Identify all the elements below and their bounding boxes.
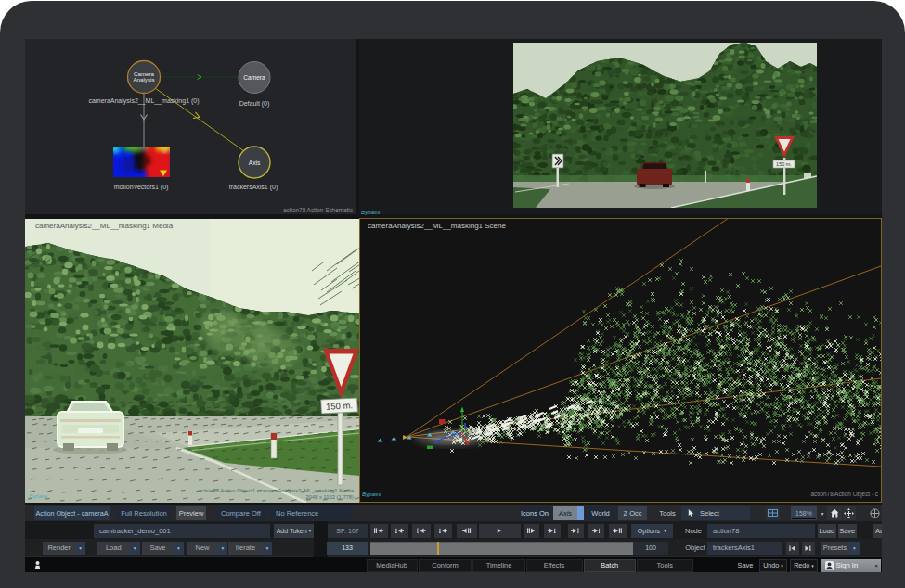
- svg-text:150 m.: 150 m.: [776, 161, 792, 167]
- svg-text:trackersAxis1 (0): trackersAxis1 (0): [229, 184, 278, 191]
- svg-text:Axis: Axis: [249, 160, 261, 166]
- svg-text:150 m.: 150 m.: [326, 400, 354, 412]
- svg-text:motionVectors1 (0): motionVectors1 (0): [114, 184, 169, 191]
- svg-text:Default (0): Default (0): [239, 100, 270, 108]
- svg-text:cameraAnalysis2__ML__masking1: cameraAnalysis2__ML__masking1 (0): [88, 97, 199, 105]
- svg-text:Analysis: Analysis: [133, 76, 154, 83]
- svg-text:Camera: Camera: [243, 74, 265, 81]
- svg-text:action78 Action Schematic: action78 Action Schematic: [283, 207, 354, 213]
